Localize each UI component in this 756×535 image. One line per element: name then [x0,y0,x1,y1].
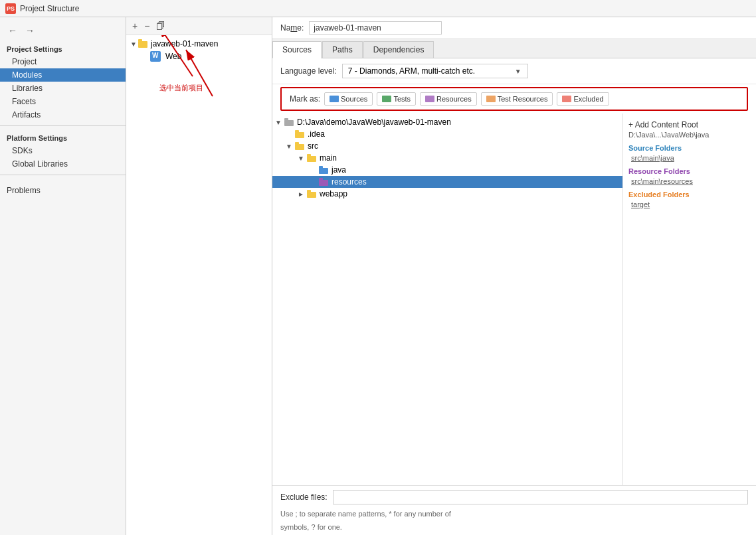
mark-as-label: Mark as: [290,94,320,104]
sidebar-item-global-libraries[interactable]: Global Libraries [0,157,126,171]
nav-forward-button[interactable]: → [23,24,37,37]
test-resources-icon [486,96,496,102]
project-settings-header: Project Settings [0,41,126,55]
content-root-path: D:\Java\...\JavaWeb\java [628,131,751,139]
root-folder-icon [284,118,295,127]
svg-rect-10 [307,156,316,162]
language-level-container: 7 - Diamonds, ARM, multi-catch etc. 8 - … [342,64,523,78]
svg-rect-19 [307,190,311,192]
name-input[interactable] [309,21,442,35]
source-folders-section: Source Folders src\main\java [628,144,751,162]
ftree-arrow-root: ▼ [275,119,284,126]
main-container: ← → Project Settings Project Modules Lib… [0,17,756,535]
arrow-svg-2 [133,35,239,90]
tree-toolbar: + − 🗍 [126,17,272,35]
source-folders-path[interactable]: src\main\java [628,154,751,162]
resources-folder-icon [319,178,330,187]
svg-rect-13 [319,166,323,169]
source-folders-title: Source Folders [628,144,751,152]
tab-content: Language level: 7 - Diamonds, ARM, multi… [272,58,756,535]
svg-rect-18 [307,192,316,198]
ftree-node-root[interactable]: ▼ D:\Java\demo\JavaWeb\javaweb-01-maven [272,116,622,128]
sidebar-divider-2 [0,175,126,175]
ftree-src-label: src [308,141,318,151]
platform-settings-header: Platform Settings [0,130,126,144]
resource-folders-section: Resource Folders src\main\resources [628,167,751,185]
svg-rect-7 [295,130,299,133]
name-row: Name: [272,17,756,39]
sidebar-item-problems[interactable]: Problems [0,182,126,197]
tree-panel: + − 🗍 ▼ javaweb-01-maven [126,17,272,535]
src-folder-icon [295,142,306,151]
excluded-icon [562,96,571,102]
exclude-hint-1: Use ; to separate name patterns, * for a… [272,508,756,522]
add-button[interactable]: + [130,20,140,32]
mark-tests-label: Tests [393,95,411,103]
java-folder-icon [319,166,330,175]
copy-button[interactable]: 🗍 [154,20,167,32]
ftree-node-main[interactable]: ▼ main [272,152,622,164]
tabs-row: Sources Paths Dependencies [272,39,756,58]
mark-test-resources-button[interactable]: Test Resources [481,92,553,106]
mark-sources-label: Sources [341,95,367,103]
annotation-container: 选中当前项目 [126,63,272,116]
mark-test-resources-label: Test Resources [498,95,548,103]
svg-rect-15 [319,180,328,186]
tab-sources[interactable]: Sources [272,41,322,58]
idea-folder-icon [295,130,306,139]
svg-rect-8 [295,144,304,150]
title-bar-text: Project Structure [20,4,79,13]
ftree-node-resources[interactable]: resources [272,176,622,188]
resources-icon [425,96,434,102]
sidebar-item-project[interactable]: Project [0,55,126,68]
nav-controls: ← → [0,23,126,41]
sidebar-item-facets[interactable]: Facets [0,95,126,108]
name-label: Name: [280,23,304,33]
mark-tests-button[interactable]: Tests [377,92,416,106]
sidebar-item-artifacts[interactable]: Artifacts [0,108,126,121]
exclude-files-input[interactable] [333,490,748,504]
exclude-files-label: Exclude files: [280,493,328,502]
remove-button[interactable]: − [142,20,151,32]
ftree-arrow-src: ▼ [286,143,295,150]
ftree-idea-label: .idea [308,129,325,139]
ftree-main-label: main [320,153,337,163]
ftree-node-src[interactable]: ▼ src [272,140,622,152]
mark-excluded-label: Excluded [573,95,603,103]
ftree-webapp-label: webapp [320,189,347,198]
resource-folders-path[interactable]: src\main\resources [628,177,751,185]
sources-icon [330,96,339,102]
language-level-label: Language level: [280,66,337,76]
tab-dependencies[interactable]: Dependencies [363,41,434,58]
ftree-node-webapp[interactable]: ► webapp [272,188,622,200]
ftree-java-label: java [331,165,346,175]
svg-rect-9 [295,142,299,145]
language-level-select[interactable]: 7 - Diamonds, ARM, multi-catch etc. 8 - … [342,64,528,78]
ftree-resources-label: resources [331,177,367,187]
sidebar-item-sdks[interactable]: SDKs [0,144,126,157]
ftree-node-java[interactable]: java [272,164,622,176]
ftree-node-idea[interactable]: .idea [272,128,622,140]
tab-paths[interactable]: Paths [322,41,363,58]
mark-resources-button[interactable]: Resources [420,92,477,106]
ftree-arrow-main: ▼ [298,155,307,162]
webapp-folder-icon [307,190,318,198]
file-tree-right: + Add Content Root D:\Java\...\JavaWeb\j… [623,114,756,485]
svg-rect-12 [319,168,328,174]
mark-sources-button[interactable]: Sources [324,92,373,106]
title-bar: PS Project Structure [0,0,756,17]
tests-icon [382,96,391,102]
svg-rect-6 [295,132,304,138]
mark-excluded-button[interactable]: Excluded [557,92,609,106]
add-content-root-link[interactable]: + Add Content Root [628,119,751,131]
file-tree-area: ▼ D:\Java\demo\JavaWeb\javaweb-01-maven [272,114,756,485]
sidebar-item-modules[interactable]: Modules [0,68,126,82]
nav-back-button[interactable]: ← [5,24,20,37]
excluded-folders-path[interactable]: target [628,200,751,208]
sidebar-divider [0,125,126,126]
file-tree-left: ▼ D:\Java\demo\JavaWeb\javaweb-01-maven [272,114,623,485]
sidebar-item-libraries[interactable]: Libraries [0,82,126,95]
mark-resources-label: Resources [436,95,472,103]
excluded-folders-section: Excluded Folders target [628,191,751,208]
svg-rect-5 [284,118,288,121]
